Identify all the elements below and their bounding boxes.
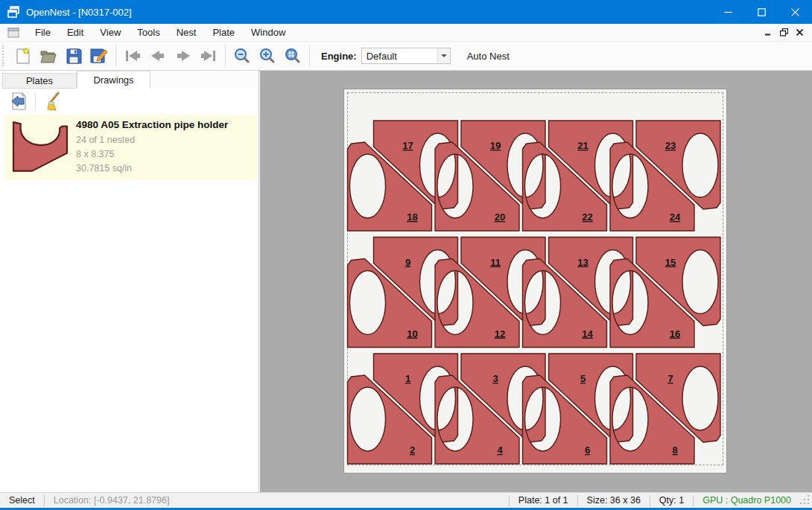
part-number-label: 12: [495, 328, 505, 340]
clear-drawings-button[interactable]: [41, 91, 63, 112]
new-button[interactable]: [10, 44, 36, 68]
child-minimize-icon: [765, 29, 772, 36]
drawing-list-item[interactable]: 4980 A05 Extraction pipe holder 24 of 1 …: [4, 115, 257, 180]
app-window: OpenNest - [N0317-002] FileEditViewTools…: [0, 0, 812, 510]
status-mode: Select: [0, 495, 44, 506]
maximize-icon: [758, 8, 766, 16]
zoom-in-button[interactable]: [255, 44, 280, 68]
title-bar: OpenNest - [N0317-002]: [0, 0, 812, 24]
tab-plates[interactable]: Plates: [2, 73, 77, 89]
part-number-label: 13: [577, 257, 588, 268]
engine-dropdown-arrow[interactable]: [437, 48, 450, 63]
status-qty: Qty: 1: [650, 495, 693, 506]
part-number-label: 14: [582, 328, 593, 340]
child-restore-button[interactable]: [776, 26, 792, 39]
child-close-button[interactable]: [792, 26, 808, 39]
part-number-label: 17: [402, 140, 413, 151]
return-drawing-button[interactable]: [7, 91, 30, 112]
drawing-size: 8 x 8.375: [76, 147, 257, 162]
part-number-label: 23: [665, 140, 676, 151]
document-back-arrow-icon: [10, 92, 28, 111]
save-as-button[interactable]: [86, 44, 112, 68]
resize-grip-icon[interactable]: [800, 495, 811, 506]
menu-items: FileEditViewToolsNestPlateWindow: [27, 25, 294, 40]
engine-select[interactable]: Default: [361, 48, 451, 64]
part-number-label: 20: [495, 211, 505, 223]
toolbar-separator: [309, 45, 310, 66]
child-close-icon: [796, 29, 803, 36]
part-number-label: 2: [410, 444, 415, 456]
close-icon: [791, 8, 799, 16]
child-minimize-button[interactable]: [761, 26, 776, 39]
status-gpu: GPU : Quadro P1000: [694, 495, 800, 506]
part-number-label: 21: [577, 140, 588, 151]
part-number-label: 22: [582, 211, 592, 223]
next-plate-button[interactable]: [171, 44, 196, 68]
drawing-title: 4980 A05 Extraction pipe holder: [76, 119, 257, 130]
status-location: Location: [-0.9437, 21.8796]: [45, 495, 179, 506]
drawing-info: 4980 A05 Extraction pipe holder 24 of 1 …: [76, 119, 257, 176]
save-button[interactable]: [61, 44, 86, 68]
part-number-label: 6: [585, 444, 590, 456]
tab-strip: Plates Drawings: [0, 71, 258, 89]
app-icon: [7, 5, 20, 19]
toolbar-separator: [115, 45, 116, 66]
menu-bar: FileEditViewToolsNestPlateWindow: [0, 24, 812, 42]
part-number-label: 19: [490, 140, 501, 151]
main-toolbar: Engine: Default Auto Nest: [0, 42, 812, 71]
nav-first-icon: [124, 49, 142, 63]
menu-item-edit[interactable]: Edit: [59, 25, 92, 40]
part-number-label: 24: [670, 211, 681, 223]
menu-item-file[interactable]: File: [27, 25, 59, 40]
drawing-thumbnail: [4, 121, 76, 174]
window-title: OpenNest - [N0317-002]: [26, 7, 132, 18]
nav-last-icon: [200, 49, 218, 63]
engine-value: Default: [362, 51, 437, 62]
engine-label: Engine:: [321, 51, 357, 62]
maximize-button[interactable]: [745, 0, 778, 24]
close-button[interactable]: [778, 0, 812, 24]
nest-canvas[interactable]: 171921231820222491113151012141613572468: [260, 71, 812, 492]
menu-item-plate[interactable]: Plate: [204, 25, 243, 40]
drawing-area: 30.7815 sq/in: [76, 162, 257, 176]
chevron-down-icon: [441, 54, 447, 57]
status-plate: Plate: 1 of 1: [510, 495, 577, 506]
plate[interactable]: 171921231820222491113151012141613572468: [344, 89, 726, 473]
status-bar: Select Location: [-0.9437, 21.8796] Plat…: [0, 492, 812, 510]
nav-previous-icon: [150, 49, 166, 63]
open-folder-icon: [39, 48, 57, 64]
zoom-out-button[interactable]: [229, 44, 255, 68]
first-plate-button[interactable]: [120, 44, 145, 68]
menu-item-tools[interactable]: Tools: [129, 25, 168, 40]
part-number-label: 3: [492, 373, 498, 384]
menu-item-nest[interactable]: Nest: [168, 25, 205, 40]
save-icon: [66, 48, 82, 64]
part-number-label: 10: [407, 328, 417, 340]
zoom-fit-icon: [285, 48, 301, 64]
child-restore-icon: [780, 28, 788, 36]
last-plate-button[interactable]: [196, 44, 221, 68]
minimize-button[interactable]: [711, 0, 745, 24]
toolbar-grip[interactable]: [2, 45, 6, 66]
menu-item-window[interactable]: Window: [243, 25, 294, 40]
menu-item-view[interactable]: View: [92, 25, 129, 40]
part-number-label: 8: [672, 444, 677, 456]
panel-toolbar-separator: [35, 92, 36, 110]
new-document-icon: [15, 47, 31, 65]
document-window-icon: [7, 28, 19, 38]
tab-drawings[interactable]: Drawings: [77, 71, 150, 89]
part-number-label: 18: [407, 211, 417, 223]
nest-svg: 171921231820222491113151012141613572468: [344, 89, 726, 473]
open-button[interactable]: [36, 44, 61, 68]
part-number-label: 16: [670, 328, 680, 340]
zoom-fit-button[interactable]: [280, 44, 305, 68]
part-number-label: 7: [667, 373, 673, 384]
auto-nest-button[interactable]: Auto Nest: [461, 46, 516, 66]
previous-plate-button[interactable]: [145, 44, 171, 68]
part-number-label: 1: [405, 373, 410, 384]
part-number-label: 9: [405, 257, 410, 268]
left-panel: Plates Drawings: [0, 71, 259, 492]
zoom-in-icon: [259, 48, 276, 64]
save-as-icon: [90, 48, 108, 64]
part-number-label: 11: [490, 257, 501, 268]
